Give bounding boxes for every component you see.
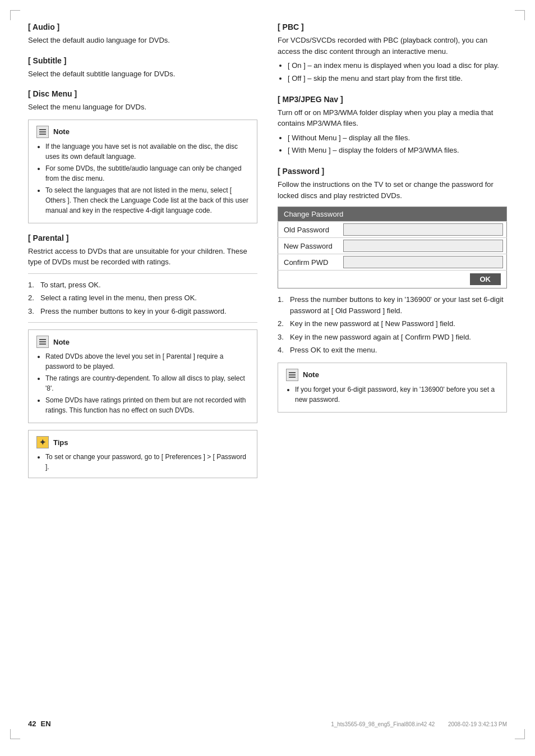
pbc-list: [ On ] – an index menu is displayed when… (278, 60, 507, 85)
corner-bl (10, 729, 20, 739)
step-num: 1. (28, 280, 37, 291)
step-text: Press the number buttons to key in your … (40, 306, 227, 317)
pbc-text: For VCDs/SVCDs recorded with PBC (playba… (278, 35, 507, 57)
password-text: Follow the instructions on the TV to set… (278, 179, 507, 201)
tips-label: Tips (53, 438, 68, 447)
step-text: Select a rating level in the menu, then … (40, 292, 197, 304)
note-item: To select the languages that are not lis… (45, 185, 249, 216)
table-row: Confirm PWD (278, 254, 507, 271)
note-label-3: Note (303, 370, 319, 379)
mp3-item: [ Without Menu ] – display all the files… (288, 132, 507, 144)
tips-header: ✦ Tips (36, 436, 249, 448)
confirm-password-input[interactable] (343, 256, 504, 268)
corner-tl (10, 10, 20, 20)
step-text: Press the number buttons to key in '1369… (290, 294, 507, 316)
parental-steps: 1. To start, press OK. 2. Select a ratin… (28, 280, 257, 317)
subtitle-text: Select the default subtitle language for… (28, 68, 257, 80)
note-item: Some DVDs have ratings printed on them b… (45, 395, 249, 415)
old-password-input[interactable] (343, 223, 504, 236)
step-num: 4. (278, 345, 287, 356)
mp3-list: [ Without Menu ] – display all the files… (278, 132, 507, 157)
old-password-field (340, 222, 507, 238)
note-list-3: If you forget your 6-digit password, key… (286, 384, 499, 405)
tips-item: To set or change your password, go to [ … (45, 452, 249, 472)
note-item: If you forget your 6-digit password, key… (295, 384, 499, 405)
corner-tr (515, 10, 525, 20)
note-list-2: Rated DVDs above the level you set in [ … (36, 351, 249, 415)
table-row: New Password (278, 238, 507, 254)
note-box-2: Note Rated DVDs above the level you set … (28, 329, 257, 423)
change-password-table: Change Password Old Password New Passwor… (278, 207, 507, 288)
step-text: Key in the new password at [ New Passwor… (290, 318, 455, 329)
tips-icon: ✦ (36, 436, 49, 448)
ok-row: OK (278, 271, 507, 288)
subtitle-heading: [ Subtitle ] (28, 56, 257, 65)
note-icon-3 (286, 369, 298, 381)
step-num: 2. (278, 318, 287, 329)
note-item: Rated DVDs above the level you set in [ … (45, 351, 249, 372)
parental-text: Restrict access to DVDs that are unsuita… (28, 246, 257, 268)
note-icon-2 (36, 336, 49, 348)
left-column: [ Audio ] Select the default audio langu… (28, 22, 257, 485)
password-heading: [ Password ] (278, 167, 507, 176)
table-row: Old Password (278, 222, 507, 238)
password-steps: 1. Press the number buttons to key in '1… (278, 294, 507, 356)
note-icon-lines-2 (39, 339, 46, 345)
note-icon-1 (36, 126, 49, 138)
pbc-item: [ Off ] – skip the menu and start play f… (288, 73, 507, 85)
field-label-new: New Password (278, 238, 340, 254)
step-num: 3. (28, 306, 37, 317)
step-num: 1. (278, 294, 287, 316)
pbc-item: [ On ] – an index menu is displayed when… (288, 60, 507, 72)
note-label-2: Note (53, 338, 70, 346)
field-label-old: Old Password (278, 222, 340, 238)
disc-menu-heading: [ Disc Menu ] (28, 89, 257, 98)
tips-list: To set or change your password, go to [ … (36, 452, 249, 472)
note-item: If the language you have set is not avai… (45, 141, 249, 162)
corner-br (515, 729, 525, 739)
disc-menu-text: Select the menu language for DVDs. (28, 102, 257, 113)
step-item: 3. Press the number buttons to key in yo… (28, 306, 257, 317)
note-header-2: Note (36, 336, 249, 348)
note-icon-lines-1 (39, 129, 46, 135)
step-text: Key in the new password again at [ Confi… (290, 332, 471, 343)
step-text: Press OK to exit the menu. (290, 345, 377, 356)
page-lang: EN (40, 720, 50, 728)
footer-info: 1_hts3565-69_98_eng5_Final808.in42 42 20… (331, 720, 507, 728)
page-footer: 42 EN 1_hts3565-69_98_eng5_Final808.in42… (28, 720, 507, 728)
note-header-1: Note (36, 126, 249, 138)
mp3-text: Turn off or on MP3/WMA folder display wh… (278, 107, 507, 129)
right-column: [ PBC ] For VCDs/SVCDs recorded with PBC… (278, 22, 507, 485)
change-password-label: Change Password (278, 207, 507, 222)
divider-2 (28, 322, 257, 323)
note-icon-lines-3 (289, 372, 296, 378)
audio-text: Select the default audio language for DV… (28, 35, 257, 46)
confirm-pwd-field (340, 254, 507, 271)
page-number: 42 (28, 720, 36, 728)
field-label-confirm: Confirm PWD (278, 254, 340, 271)
step-item: 3. Key in the new password again at [ Co… (278, 332, 507, 343)
step-item: 2. Select a rating level in the menu, th… (28, 292, 257, 304)
note-box-1: Note If the language you have set is not… (28, 120, 257, 223)
step-item: 4. Press OK to exit the menu. (278, 345, 507, 356)
mp3-item: [ With Menu ] – display the folders of M… (288, 145, 507, 157)
note-item: The ratings are country-dependent. To al… (45, 373, 249, 393)
footer-file: 1_hts3565-69_98_eng5_Final808.in42 42 (331, 721, 435, 727)
pbc-heading: [ PBC ] (278, 22, 507, 31)
step-item: 1. Press the number buttons to key in '1… (278, 294, 507, 316)
note-list-1: If the language you have set is not avai… (36, 141, 249, 216)
step-num: 2. (28, 292, 37, 304)
note-label-1: Note (53, 127, 70, 136)
note-item: For some DVDs, the subtitle/audio langua… (45, 163, 249, 184)
footer-date: 2008-02-19 3:42:13 PM (448, 721, 507, 727)
ok-button[interactable]: OK (470, 273, 501, 285)
step-item: 1. To start, press OK. (28, 280, 257, 291)
step-num: 3. (278, 332, 287, 343)
two-column-layout: [ Audio ] Select the default audio langu… (28, 22, 507, 485)
new-password-field (340, 238, 507, 254)
audio-heading: [ Audio ] (28, 22, 257, 31)
step-text: To start, press OK. (40, 280, 101, 291)
new-password-input[interactable] (343, 240, 504, 252)
tips-box: ✦ Tips To set or change your password, g… (28, 430, 257, 478)
page: [ Audio ] Select the default audio langu… (0, 0, 535, 756)
